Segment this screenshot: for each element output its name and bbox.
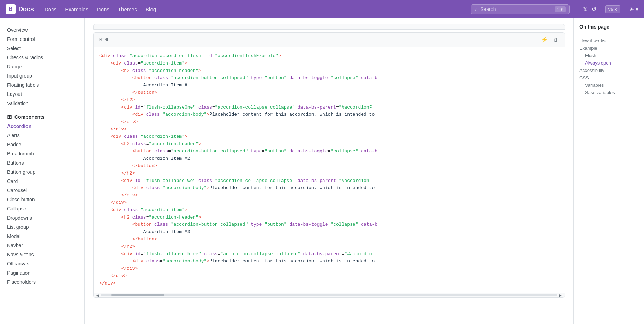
sidebar-components-section: ⊞ Components Accordion Alerts Badge Brea… [0,109,84,288]
sidebar-section-header-components: ⊞ Components [0,111,84,122]
nav-links: Docs Examples Icons Themes Blog [41,4,160,14]
code-pre: <div class="accordion accordion-flush" i… [99,53,559,287]
sidebar-section-label: Components [14,114,45,120]
sidebar-item-button-group[interactable]: Button group [0,167,84,177]
preview-area [93,24,565,30]
toc-item-always-open[interactable]: Always open [579,59,638,67]
nav-divider [601,6,601,13]
search-icon: ⌕ [475,6,477,12]
search-input[interactable] [480,6,552,12]
sidebar-item-accordion[interactable]: Accordion [0,122,84,131]
top-navbar: B Docs Docs Examples Icons Themes Blog ⌕… [0,0,644,18]
nav-link-examples[interactable]: Examples [61,4,92,14]
nav-right-icons:  𝕏 ↺ v5.3 ☀ ▾ [577,5,638,13]
sidebar-item-card[interactable]: Card [0,177,84,186]
code-horizontal-scrollbar[interactable]: ◀ ▶ [94,293,565,297]
brand-icon: B [6,4,16,14]
sidebar-item-navs-tabs[interactable]: Navs & tabs [0,250,84,259]
nav-link-blog[interactable]: Blog [142,4,160,14]
sidebar-item-placeholders[interactable]: Placeholders [0,277,84,287]
code-lang-badge: HTML [99,37,109,42]
sidebar-item-dropdowns[interactable]: Dropdowns [0,213,84,222]
sidebar-item-checks-radios[interactable]: Checks & radios [0,53,84,62]
sidebar-item-navbar[interactable]: Navbar [0,241,84,250]
twitter-icon[interactable]: 𝕏 [583,6,588,13]
code-block-container: HTML ⚡ ⧉ <div class="accordion accordion… [93,32,565,298]
version-badge[interactable]: v5.3 [605,5,620,13]
nav-link-themes[interactable]: Themes [114,4,141,14]
sidebar-item-layout[interactable]: Layout [0,90,84,99]
sidebar-item-breadcrumb[interactable]: Breadcrumb [0,149,84,158]
sidebar-item-list-group[interactable]: List group [0,222,84,232]
sidebar-form-section: Overview Form control Select Checks & ra… [0,24,84,109]
sidebar-item-validation[interactable]: Validation [0,99,84,108]
sidebar-item-range[interactable]: Range [0,62,84,71]
sidebar-item-modal[interactable]: Modal [0,232,84,241]
main-content: HTML ⚡ ⧉ <div class="accordion accordion… [85,18,573,324]
code-copy-btn[interactable]: ⧉ [552,36,559,44]
sidebar-item-overview[interactable]: Overview [0,25,84,35]
left-sidebar: Overview Form control Select Checks & ra… [0,18,85,324]
sidebar-item-carousel[interactable]: Carousel [0,186,84,195]
code-block-header: HTML ⚡ ⧉ [94,33,565,47]
scroll-left-btn[interactable]: ◀ [95,293,101,297]
toc-item-sass-variables[interactable]: Sass variables [579,89,638,96]
scrollbar-track[interactable] [101,294,557,296]
theme-toggle[interactable]: ☀ ▾ [629,6,638,13]
search-kbd: ⌃ K [555,6,566,12]
toc-item-example[interactable]: Example [579,44,638,52]
code-area[interactable]: <div class="accordion accordion-flush" i… [94,47,565,293]
sidebar-item-offcanvas[interactable]: Offcanvas [0,259,84,268]
sidebar-item-buttons[interactable]: Buttons [0,158,84,167]
code-actions: ⚡ ⧉ [539,36,559,44]
brand-name: Docs [18,6,34,13]
nav-link-icons[interactable]: Icons [93,4,113,14]
toc-item-css[interactable]: CSS [579,74,638,81]
sidebar-item-badge[interactable]: Badge [0,140,84,149]
sidebar-item-collapse[interactable]: Collapse [0,204,84,213]
brand-logo[interactable]: B Docs [6,4,34,14]
sidebar-item-alerts[interactable]: Alerts [0,131,84,140]
toc-item-variables[interactable]: Variables [579,81,638,89]
sidebar-item-form-control[interactable]: Form control [0,35,84,44]
nav-link-docs[interactable]: Docs [41,4,60,14]
right-sidebar-divider [579,34,638,34]
page-layout: Overview Form control Select Checks & ra… [0,18,644,324]
sidebar-item-input-group[interactable]: Input group [0,71,84,80]
sidebar-item-pagination[interactable]: Pagination [0,268,84,277]
search-box[interactable]: ⌕ ⌃ K [471,4,570,14]
right-sidebar-title: On this page [579,24,638,30]
right-sidebar: On this page How it works Example Flush … [573,18,644,324]
components-icon: ⊞ [7,114,12,120]
refresh-icon[interactable]: ↺ [592,6,596,13]
scroll-right-btn[interactable]: ▶ [557,293,563,297]
scrollbar-thumb[interactable] [111,294,164,296]
sidebar-item-close-button[interactable]: Close button [0,195,84,204]
toc-item-accessibility[interactable]: Accessibility [579,67,638,74]
code-lightning-btn[interactable]: ⚡ [539,36,549,44]
sidebar-item-select[interactable]: Select [0,44,84,53]
toc-item-how-it-works[interactable]: How it works [579,37,638,44]
toc-item-flush[interactable]: Flush [579,52,638,59]
sidebar-item-floating-labels[interactable]: Floating labels [0,80,84,90]
github-icon[interactable]:  [577,6,579,12]
nav-divider-2 [625,6,625,13]
